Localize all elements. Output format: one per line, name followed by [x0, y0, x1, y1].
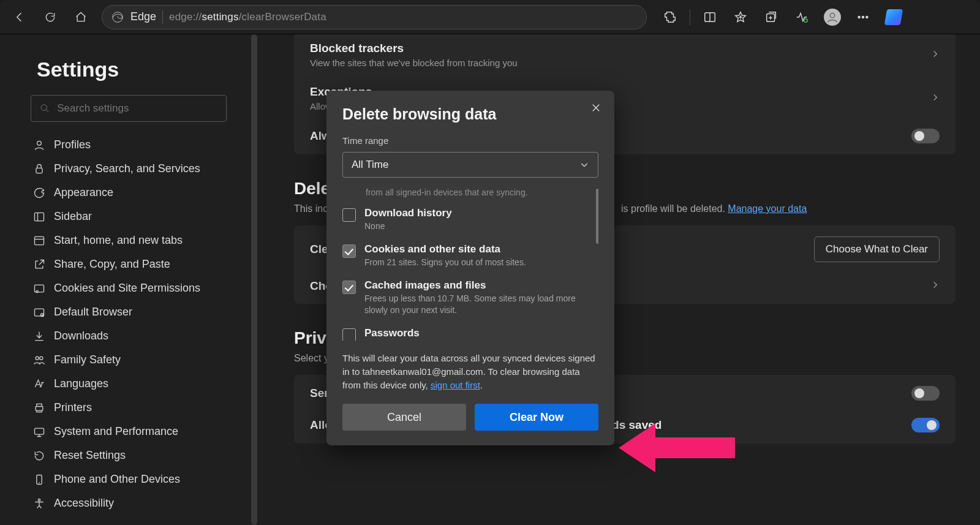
svg-point-9 — [37, 141, 42, 145]
option-cached[interactable]: Cached images and filesFrees up less tha… — [342, 274, 592, 322]
chevron-down-icon — [579, 160, 589, 170]
svg-rect-11 — [35, 213, 44, 221]
extensions-icon[interactable] — [657, 5, 684, 29]
toggle-off[interactable] — [911, 386, 940, 401]
performance-icon[interactable] — [788, 5, 815, 29]
svg-point-18 — [40, 357, 43, 360]
home-button[interactable] — [67, 5, 94, 29]
sidebar-item-privacy[interactable]: Privacy, Search, and Services — [31, 157, 239, 181]
checkbox-unchecked[interactable] — [342, 328, 356, 341]
sync-warning: This will clear your data across all you… — [342, 352, 598, 391]
sidebar-item-share[interactable]: Share, Copy, and Paste — [31, 252, 239, 276]
copilot-icon[interactable] — [880, 5, 907, 29]
search-input[interactable] — [57, 102, 217, 115]
sidebar-item-profiles[interactable]: Profiles — [31, 133, 239, 157]
sign-out-link[interactable]: sign out first — [431, 380, 480, 390]
favorites-icon[interactable] — [727, 5, 754, 29]
annotation-arrow — [619, 420, 735, 475]
url-text: edge://settings/clearBrowserData — [169, 11, 326, 23]
sidebar-item-accessibility[interactable]: Accessibility — [31, 491, 239, 515]
app-name: Edge — [130, 10, 156, 23]
svg-rect-20 — [35, 428, 44, 434]
sidebar-item-appearance[interactable]: Appearance — [31, 181, 239, 205]
more-menu-icon[interactable] — [850, 5, 876, 29]
sidebar-item-phone[interactable]: Phone and Other Devices — [31, 467, 239, 491]
manage-data-link[interactable]: Manage your data — [728, 203, 807, 214]
toggle-on[interactable] — [911, 418, 940, 432]
option-download-history[interactable]: Download historyNone — [342, 202, 592, 238]
checkbox-checked[interactable] — [342, 281, 356, 294]
scrollbar-thumb[interactable] — [596, 189, 598, 244]
chevron-right-icon — [931, 93, 940, 104]
sidebar-item-reset[interactable]: Reset Settings — [31, 444, 239, 467]
svg-point-17 — [36, 357, 39, 360]
clear-options-list[interactable]: from all signed-in devices that are sync… — [342, 187, 598, 341]
time-range-select[interactable]: All Time — [342, 152, 598, 178]
collections-icon[interactable] — [758, 5, 785, 29]
toggle-off[interactable] — [911, 129, 940, 143]
svg-point-6 — [862, 16, 864, 18]
clear-now-button[interactable]: Clear Now — [475, 404, 598, 431]
toolbar-right — [657, 5, 907, 29]
choose-what-to-clear-button[interactable]: Choose What to Clear — [814, 236, 940, 262]
chevron-right-icon — [931, 281, 940, 292]
checkbox-checked[interactable] — [342, 244, 356, 258]
truncated-text: from all signed-in devices that are sync… — [366, 187, 592, 197]
svg-marker-23 — [619, 423, 735, 472]
checkbox-unchecked[interactable] — [342, 208, 356, 222]
divider — [162, 10, 163, 24]
svg-rect-12 — [35, 236, 44, 244]
blocked-trackers-row[interactable]: Blocked trackersView the sites that we'v… — [294, 34, 956, 77]
back-button[interactable] — [6, 5, 33, 29]
sidebar-item-start[interactable]: Start, home, and new tabs — [31, 229, 239, 252]
time-range-label: Time range — [342, 135, 598, 146]
browser-titlebar: Edge edge://settings/clearBrowserData — [0, 0, 980, 34]
delete-browsing-data-dialog: Delete browsing data Time range All Time… — [326, 91, 614, 445]
sidebar-item-sidebar[interactable]: Sidebar — [31, 205, 239, 229]
option-passwords[interactable]: Passwords — [342, 322, 592, 341]
sidebar-item-system[interactable]: System and Performance — [31, 420, 239, 444]
split-screen-icon[interactable] — [696, 5, 723, 29]
edge-logo-icon — [111, 10, 124, 24]
chevron-right-icon — [931, 50, 940, 61]
search-icon — [40, 103, 50, 114]
sidebar-item-cookies[interactable]: Cookies and Site Permissions — [31, 276, 239, 300]
svg-point-22 — [38, 499, 40, 500]
divider — [690, 9, 690, 25]
sidebar-item-printers[interactable]: Printers — [31, 396, 239, 420]
profile-avatar[interactable] — [819, 5, 846, 29]
svg-point-3 — [804, 18, 808, 22]
svg-point-14 — [36, 290, 38, 292]
svg-point-4 — [830, 13, 834, 17]
cancel-button[interactable]: Cancel — [342, 404, 466, 431]
page-title: Settings — [37, 58, 239, 81]
sidebar-item-default-browser[interactable]: Default Browser — [31, 300, 239, 324]
svg-point-7 — [866, 16, 868, 18]
sidebar-item-downloads[interactable]: Downloads — [31, 324, 239, 348]
refresh-button[interactable] — [37, 5, 64, 29]
dialog-title: Delete browsing data — [342, 105, 598, 123]
svg-point-5 — [858, 16, 860, 18]
settings-sidebar: Settings Profiles Privacy, Search, and S… — [0, 34, 257, 525]
sidebar-item-family[interactable]: Family Safety — [31, 348, 239, 372]
search-settings[interactable] — [31, 95, 227, 122]
svg-point-8 — [41, 105, 47, 110]
address-bar[interactable]: Edge edge://settings/clearBrowserData — [102, 5, 647, 29]
close-button[interactable] — [587, 99, 605, 116]
option-cookies[interactable]: Cookies and other site dataFrom 21 sites… — [342, 238, 592, 274]
sidebar-item-languages[interactable]: Languages — [31, 372, 239, 396]
svg-rect-19 — [36, 406, 43, 410]
svg-rect-10 — [36, 168, 42, 173]
